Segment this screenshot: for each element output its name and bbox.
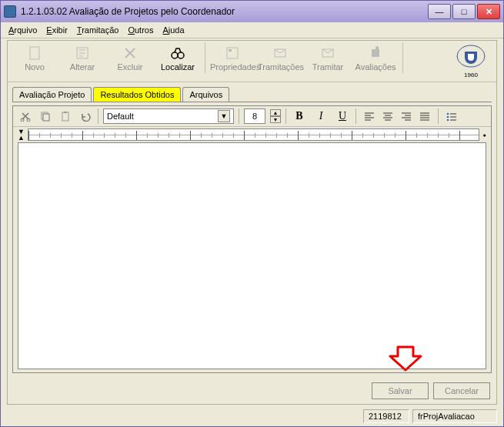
titlebar: 1.2.1.03.02 Avaliação de Projetos pelo C… [1, 1, 503, 22]
underline-button[interactable]: U [334, 108, 351, 124]
puzzle-icon [368, 45, 383, 61]
tool-localizar[interactable]: Localizar [154, 42, 202, 73]
shield-icon [455, 44, 487, 72]
menu-exibir[interactable]: Exibir [46, 25, 68, 35]
send-icon [320, 45, 335, 61]
align-right-button[interactable] [398, 108, 415, 124]
properties-icon [225, 45, 240, 61]
save-button[interactable]: Salvar [372, 382, 429, 399]
copy-icon[interactable] [38, 108, 53, 124]
menu-ajuda[interactable]: Ajuda [162, 25, 184, 35]
tab-resultados-obtidos[interactable]: Resultados Obtidos [93, 87, 181, 102]
cancel-button[interactable]: Cancelar [433, 382, 490, 399]
svg-rect-12 [43, 114, 49, 121]
svg-rect-13 [62, 112, 68, 121]
edit-icon [75, 45, 90, 61]
minimize-button[interactable]: — [428, 4, 451, 19]
format-toolbar: Default ▼ 8 ▲ ▼ B I U [13, 106, 491, 127]
new-icon [27, 45, 42, 61]
tool-alterar: Alterar [58, 42, 106, 73]
tool-tramitar: Tramitar [304, 42, 352, 73]
window-controls: — □ ✕ [428, 4, 500, 19]
dropdown-icon: ▼ [218, 110, 230, 122]
italic-button[interactable]: I [312, 108, 329, 124]
svg-rect-5 [229, 49, 232, 52]
tool-avaliacoes: Avaliações [352, 42, 399, 73]
bullets-button[interactable] [443, 108, 460, 124]
chevron-down-icon[interactable]: ▼ [270, 116, 281, 123]
menubar: AArquivorquivo Exibir Tramitação Outros … [1, 22, 503, 38]
tool-tramitacoes: Tramitações [256, 42, 304, 73]
window-title: 1.2.1.03.02 Avaliação de Projetos pelo C… [21, 6, 428, 17]
align-justify-button[interactable] [416, 108, 433, 124]
menu-tramitacao[interactable]: Tramitação [77, 25, 119, 35]
svg-point-16 [447, 116, 449, 118]
app-icon [4, 5, 16, 18]
institution-logo: 1960 [449, 42, 493, 80]
status-code: 2119812 [363, 409, 409, 423]
main-toolbar: Novo Alterar Excluir Localizar [8, 41, 496, 82]
svg-rect-14 [64, 112, 67, 113]
align-left-button[interactable] [361, 108, 378, 124]
tool-novo: Novo [11, 42, 58, 73]
menu-arquivo[interactable]: AArquivorquivo [8, 25, 37, 35]
ruler-end-marker-icon: ⬥ [482, 131, 486, 138]
tab-bar: Avaliação Projeto Resultados Obtidos Arq… [8, 82, 496, 102]
ruler-row: ▼▲ ⬥ [13, 127, 491, 142]
font-family-value: Default [107, 112, 134, 121]
cut-icon[interactable] [18, 108, 33, 124]
dialog-buttons: Salvar Cancelar [8, 378, 496, 404]
font-size-spinner[interactable]: ▲ ▼ [270, 109, 281, 123]
delete-icon [122, 45, 138, 61]
horizontal-ruler[interactable] [28, 128, 479, 141]
bold-button[interactable]: B [291, 108, 308, 124]
tab-arquivos[interactable]: Arquivos [182, 87, 229, 102]
status-bar: 2119812 frProjAvaliacao [1, 408, 503, 426]
editor-panel: Default ▼ 8 ▲ ▼ B I U [12, 105, 492, 373]
font-family-select[interactable]: Default ▼ [103, 108, 234, 124]
tool-propriedades: Propriedades [209, 42, 256, 73]
tool-excluir: Excluir [106, 42, 154, 73]
align-center-button[interactable] [379, 108, 396, 124]
close-button[interactable]: ✕ [477, 4, 500, 19]
svg-point-2 [172, 52, 178, 58]
binoculars-icon [170, 45, 185, 61]
font-size-input[interactable]: 8 [244, 108, 265, 124]
maximize-button[interactable]: □ [452, 4, 476, 19]
flows-icon [272, 45, 288, 61]
text-editor-canvas[interactable] [18, 142, 486, 369]
svg-point-17 [447, 119, 449, 121]
svg-rect-0 [30, 47, 39, 59]
menu-outros[interactable]: Outros [128, 25, 153, 35]
chevron-up-icon[interactable]: ▲ [270, 109, 281, 116]
paste-icon[interactable] [58, 108, 73, 124]
tab-avaliacao-projeto[interactable]: Avaliação Projeto [12, 87, 92, 102]
svg-point-3 [178, 52, 184, 58]
indent-arrows-icon[interactable]: ▼▲ [18, 128, 25, 141]
app-window: 1.2.1.03.02 Avaliação de Projetos pelo C… [0, 0, 504, 427]
svg-point-15 [447, 113, 449, 115]
status-form-name: frProjAvaliacao [412, 409, 497, 423]
undo-icon[interactable] [78, 108, 93, 124]
content-frame: Novo Alterar Excluir Localizar [7, 40, 497, 405]
